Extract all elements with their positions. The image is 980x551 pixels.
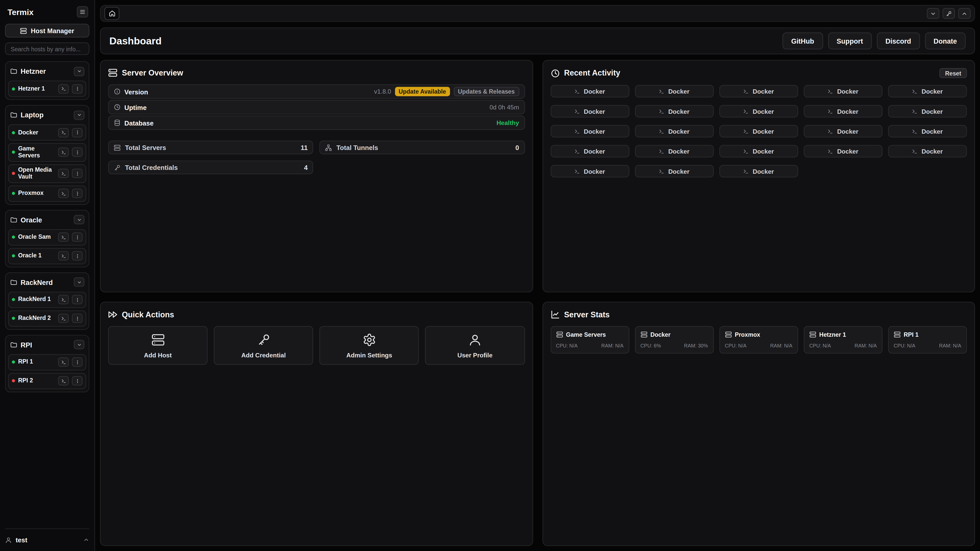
host-row[interactable]: RPI 2	[8, 373, 86, 389]
host-menu-button[interactable]	[72, 295, 83, 304]
activity-item-button[interactable]: Docker	[635, 145, 714, 157]
terminal-icon	[828, 148, 833, 154]
host-menu-button[interactable]	[72, 314, 83, 323]
activity-item-button[interactable]: Docker	[719, 85, 798, 97]
updates-releases-button[interactable]: Updates & Releases	[453, 87, 519, 96]
activity-item-button[interactable]: Docker	[550, 125, 629, 138]
host-terminal-button[interactable]	[58, 357, 69, 367]
activity-item-button[interactable]: Docker	[550, 85, 629, 97]
folder-name: Laptop	[21, 111, 44, 119]
folder-collapse-button[interactable]	[74, 67, 84, 76]
reset-button[interactable]: Reset	[939, 68, 967, 78]
header-link-button[interactable]: Donate	[925, 32, 966, 49]
host-search-input[interactable]	[5, 43, 89, 55]
user-menu[interactable]: test	[5, 529, 89, 546]
ssh-keys-button[interactable]	[942, 8, 955, 19]
header-link-button[interactable]: Support	[828, 32, 872, 49]
add-host-button[interactable]: Add Host	[108, 326, 208, 365]
activity-item-button[interactable]: Docker	[550, 145, 629, 157]
activity-item-button[interactable]: Docker	[888, 85, 967, 97]
activity-item-button[interactable]: Docker	[888, 145, 967, 157]
activity-item-button[interactable]: Docker	[635, 125, 714, 138]
folder-collapse-button[interactable]	[74, 278, 84, 287]
activity-item-button[interactable]: Docker	[719, 165, 798, 178]
activity-item-button[interactable]: Docker	[888, 105, 967, 118]
host-menu-button[interactable]	[72, 376, 83, 386]
server-stat-tile[interactable]: Proxmox CPU: N/A RAM: N/A	[719, 326, 798, 354]
total-servers-tile: Total Servers 11	[108, 141, 313, 154]
activity-item-button[interactable]: Docker	[888, 125, 967, 138]
host-terminal-button[interactable]	[58, 148, 69, 157]
activity-item-button[interactable]: Docker	[803, 145, 883, 157]
folder-header[interactable]: Oracle	[8, 213, 86, 227]
host-terminal-button[interactable]	[58, 128, 69, 137]
header-link-button[interactable]: GitHub	[783, 32, 823, 49]
activity-item-button[interactable]: Docker	[803, 85, 883, 97]
host-menu-button[interactable]	[72, 84, 83, 94]
host-terminal-button[interactable]	[58, 314, 69, 323]
host-row[interactable]: Hetzner 1	[8, 81, 86, 97]
add-credential-button[interactable]: Add Credential	[214, 326, 313, 365]
folder-header[interactable]: RackNerd	[8, 275, 86, 289]
host-terminal-button[interactable]	[58, 295, 69, 304]
host-status-dot	[12, 172, 15, 175]
host-row[interactable]: Open Media Vault	[8, 164, 86, 183]
kebab-icon	[75, 235, 80, 240]
terminal-icon	[61, 171, 66, 176]
server-stat-tile[interactable]: RPI 1 CPU: N/A RAM: N/A	[888, 326, 967, 354]
folder-header[interactable]: Hetzner	[8, 64, 86, 78]
activity-item-button[interactable]: Docker	[635, 85, 714, 97]
host-terminal-button[interactable]	[58, 84, 69, 94]
host-menu-button[interactable]	[72, 148, 83, 157]
folder-header[interactable]: RPI	[8, 338, 86, 351]
host-menu-button[interactable]	[72, 169, 83, 178]
folder-collapse-button[interactable]	[74, 340, 84, 349]
host-row[interactable]: Oracle Sam	[8, 229, 86, 245]
host-row[interactable]: Docker	[8, 124, 86, 141]
host-menu-button[interactable]	[72, 232, 83, 242]
activity-item-button[interactable]: Docker	[550, 165, 629, 178]
activity-item-button[interactable]: Docker	[803, 105, 883, 118]
admin-settings-button[interactable]: Admin Settings	[320, 326, 419, 365]
host-terminal-button[interactable]	[58, 169, 69, 178]
tab-home[interactable]	[104, 7, 119, 20]
host-row[interactable]: RPI 1	[8, 354, 86, 370]
activity-item-button[interactable]: Docker	[719, 145, 798, 157]
host-menu-button[interactable]	[72, 251, 83, 261]
host-manager-button[interactable]: Host Manager	[5, 24, 89, 38]
activity-item-button[interactable]: Docker	[803, 125, 883, 138]
host-row[interactable]: Game Servers	[8, 143, 86, 162]
server-stat-tile[interactable]: Hetzner 1 CPU: N/A RAM: N/A	[803, 326, 883, 354]
activity-item-button[interactable]: Docker	[550, 105, 629, 118]
header-link-button[interactable]: Discord	[877, 32, 920, 49]
user-profile-button[interactable]: User Profile	[425, 326, 525, 365]
host-terminal-button[interactable]	[58, 189, 69, 198]
sidebar-menu-button[interactable]	[77, 6, 88, 17]
host-row[interactable]: RackNerd 1	[8, 292, 86, 308]
tabs-chevron-up-button[interactable]	[958, 8, 970, 19]
folder-collapse-button[interactable]	[74, 110, 84, 120]
overview-info-rows: Version v1.8.0 Update Available Updates …	[108, 84, 525, 130]
host-menu-button[interactable]	[72, 128, 83, 137]
host-terminal-button[interactable]	[58, 251, 69, 261]
folder-header[interactable]: Laptop	[8, 108, 86, 122]
host-row[interactable]: RackNerd 2	[8, 310, 86, 327]
host-menu-button[interactable]	[72, 189, 83, 198]
activity-item-button[interactable]: Docker	[635, 165, 714, 178]
activity-item-button[interactable]: Docker	[719, 105, 798, 118]
host-terminal-button[interactable]	[58, 232, 69, 242]
recent-activity-card: Recent Activity Reset Docker Docker	[542, 60, 975, 292]
host-row[interactable]: Proxmox	[8, 186, 86, 202]
update-available-badge[interactable]: Update Available	[395, 87, 450, 96]
host-terminal-button[interactable]	[58, 376, 69, 386]
activity-item-button[interactable]: Docker	[635, 105, 714, 118]
tabs-chevron-down-button[interactable]	[927, 8, 939, 19]
server-stat-tile[interactable]: Docker CPU: 6% RAM: 30%	[635, 326, 714, 354]
host-row[interactable]: Oracle 1	[8, 248, 86, 264]
folder-collapse-button[interactable]	[74, 215, 84, 224]
host-menu-button[interactable]	[72, 357, 83, 367]
server-stat-cpu: CPU: N/A	[809, 343, 831, 348]
activity-item-button[interactable]: Docker	[719, 125, 798, 138]
server-stat-tile[interactable]: Game Servers CPU: N/A RAM: N/A	[550, 326, 629, 354]
terminal-icon	[574, 128, 580, 134]
